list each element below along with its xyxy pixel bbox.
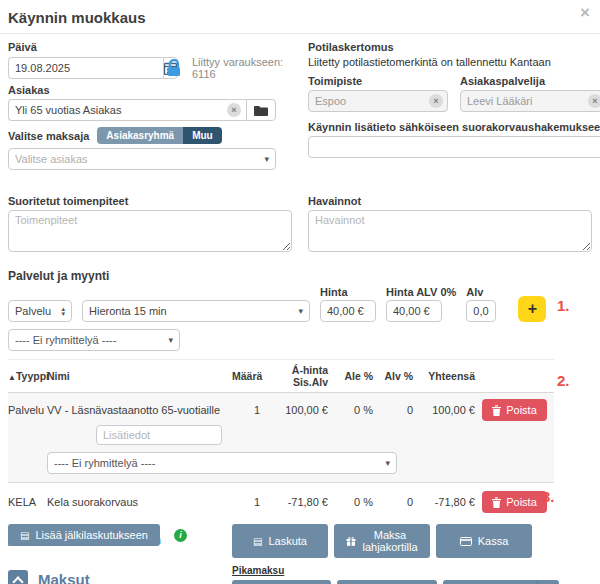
hinta-alv0-label: Hinta ALV 0% (386, 286, 456, 298)
maksutapa-split-button: ★ Valitse maksutapa ▾ (443, 580, 559, 584)
pikamaksu-label: Pikamaksu (232, 565, 532, 576)
lisatiedot-input[interactable] (96, 425, 222, 445)
row-group-select[interactable]: ---- Ei ryhmittelyä ---- ▾ (47, 452, 397, 474)
annotation-3: 3. (542, 488, 555, 505)
kanta-status-text: Liitetty potilastietomerkintä on tallenn… (308, 56, 600, 68)
services-table: ▲Tyyppi Nimi Määrä Á-hinta Sis.Alv Ale %… (8, 359, 554, 521)
tab-asiakasryhma[interactable]: Asiakasryhmä (97, 127, 183, 144)
toimenpiteet-textarea[interactable] (8, 210, 292, 252)
maksaja-tabs: Asiakasryhmä Muu (97, 127, 221, 144)
havainnot-textarea[interactable] (308, 210, 592, 252)
toimipiste-input[interactable] (308, 90, 448, 112)
alv-label: Alv (466, 286, 496, 298)
lisatieto-input[interactable] (308, 136, 600, 158)
kateismaksu-button[interactable]: € Käteismaksu (232, 580, 331, 584)
payment-actions: ▤ Laskuta Maksa lahjakortilla Kassa Pika… (232, 524, 532, 584)
jalkilaskutus-button[interactable]: ▤ Lisää jälkilaskutukseen (8, 524, 160, 546)
left-column: Päivä Liittyy varaukseen: 6116 Asiakas (8, 41, 292, 170)
gift-icon (346, 536, 356, 546)
table-row: KELA Kela suorakorvaus 1 -71,80 € 0 % 0 … (8, 483, 554, 521)
clear-toimipiste-icon[interactable]: × (429, 94, 443, 108)
notes-section: Suoritetut toimenpiteet Havainnot (0, 188, 600, 254)
lahjakortti-button[interactable]: Maksa lahjakortilla (334, 524, 430, 558)
trash-icon (492, 405, 501, 416)
service-select[interactable]: Hieronta 15 min ▾ (82, 300, 310, 322)
sort-asc-icon[interactable]: ▲ (8, 373, 16, 382)
hinta-alv0-input[interactable] (386, 300, 442, 322)
table-row: Palvelu VV - Läsnävastaanotto 65-vuotiai… (8, 393, 554, 483)
linked-reservation-text: Liittyy varaukseen: 6116 (192, 56, 292, 80)
collapse-payments-button[interactable] (8, 570, 28, 584)
date-input[interactable] (8, 57, 163, 79)
havainnot-label: Havainnot (308, 195, 592, 207)
payments-heading: Maksut (38, 571, 90, 584)
maksaja-select[interactable]: Valitse asiakas ▾ (8, 148, 276, 170)
asiakaspalvelija-input[interactable] (460, 90, 600, 112)
trash-icon (492, 497, 501, 508)
group-select[interactable]: ---- Ei ryhmittelyä ---- ▾ (8, 329, 180, 351)
toimipiste-label: Toimipiste (308, 75, 448, 87)
kassa-button[interactable]: Kassa (436, 524, 532, 558)
close-icon[interactable]: × (580, 3, 590, 23)
invoice-icon: ▤ (253, 536, 262, 547)
chevron-down-icon: ▾ (385, 458, 390, 468)
item-type-select[interactable]: Palvelu ▴▾ (8, 300, 72, 322)
top-form: Päivä Liittyy varaukseen: 6116 Asiakas (0, 34, 600, 170)
services-heading: Palvelut ja myynti (8, 269, 592, 283)
laskuta-button[interactable]: ▤ Laskuta (232, 524, 328, 558)
tab-muu[interactable]: Muu (183, 127, 222, 144)
services-section: Palvelut ja myynti Palvelu ▴▾ Hieronta 1… (0, 262, 600, 546)
hinta-input[interactable] (320, 300, 376, 322)
spinner-icon: ▴▾ (61, 306, 65, 316)
open-customer-button[interactable] (246, 99, 276, 121)
table-header: ▲Tyyppi Nimi Määrä Á-hinta Sis.Alv Ale %… (8, 359, 554, 393)
asiakaspalvelija-label: Asiakaspalvelija (460, 75, 600, 87)
lisatieto-label: Käynnin lisätieto sähköiseen suorakorvau… (308, 121, 600, 133)
valitse-maksutapa-button[interactable]: ★ Valitse maksutapa (443, 580, 537, 584)
toimenpiteet-label: Suoritetut toimenpiteet (8, 195, 292, 207)
delete-row-button[interactable]: Poista (482, 399, 547, 421)
maksutapa-dropdown-button[interactable]: ▾ (537, 580, 559, 584)
add-row-button[interactable]: + (518, 296, 546, 322)
hinta-label: Hinta (320, 286, 376, 298)
annotation-2: 2. (557, 372, 570, 389)
titlebar: Käynnin muokkaus × (0, 0, 600, 34)
annotation-1: 1. (557, 297, 570, 314)
card-icon (460, 537, 472, 546)
alv-input[interactable] (466, 300, 496, 322)
maksaja-label: Valitse maksaja (8, 130, 89, 142)
info-icon[interactable]: i (174, 529, 187, 542)
paiva-label: Päivä (8, 41, 292, 53)
potilaskertomus-label: Potilaskertomus (308, 41, 600, 53)
delete-row-button[interactable]: Poista (482, 491, 547, 513)
chevron-down-icon: ▾ (168, 335, 173, 345)
chevron-down-icon: ▾ (264, 154, 269, 164)
asiakas-input[interactable] (8, 99, 246, 121)
clear-asiakaspalvelija-icon[interactable]: × (588, 94, 600, 108)
asiakas-label: Asiakas (8, 84, 292, 96)
folder-icon (254, 105, 268, 116)
chevron-down-icon: ▾ (298, 306, 303, 316)
page-title: Käynnin muokkaus (8, 9, 592, 26)
right-column: Potilaskertomus Liitetty potilastietomer… (308, 41, 600, 170)
clear-asiakas-icon[interactable]: × (227, 103, 241, 117)
kaynnin-muokkaus-dialog: Käynnin muokkaus × Päivä Liittyy varauk (0, 0, 600, 584)
invoice-icon: ▤ (20, 530, 29, 541)
korttimaksu-button[interactable]: Korttimaksu (337, 580, 437, 584)
lock-icon (166, 59, 182, 77)
